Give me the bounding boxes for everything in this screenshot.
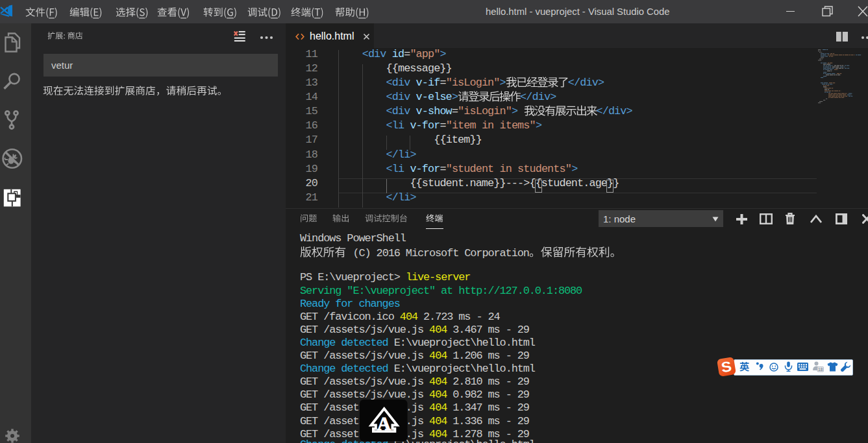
svg-text:18: 18 xyxy=(818,367,823,372)
svg-text:A: A xyxy=(377,413,391,434)
